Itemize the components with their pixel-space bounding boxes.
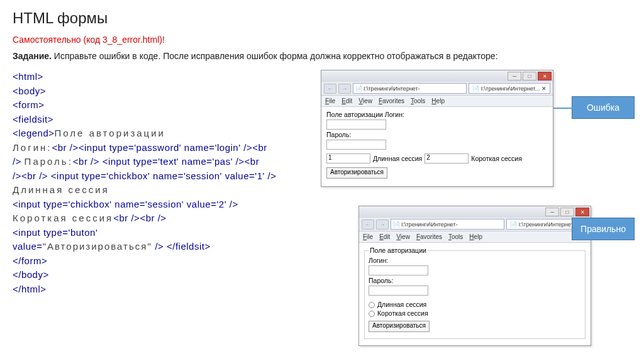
browser-error: ─ □ ✕ ← → 📄 I:\тренинги\Интернет- 📄 I:\т… (321, 70, 553, 187)
session1-input[interactable]: 1 (326, 153, 370, 164)
minimize-button[interactable]: ─ (545, 208, 559, 216)
login-input[interactable] (369, 265, 428, 275)
fieldset-auth: Поле авторизации Логин: Пароль: Длинная … (364, 247, 586, 339)
titlebar: ─ □ ✕ (321, 70, 553, 82)
address-bar[interactable]: 📄 I:\тренинги\Интернет- (391, 219, 504, 230)
titlebar: ─ □ ✕ (359, 206, 591, 218)
maximize-button[interactable]: □ (523, 72, 536, 81)
forward-icon[interactable]: → (376, 219, 389, 230)
radio-long[interactable] (369, 302, 375, 308)
task-text: Исправьте ошибки в коде. После исправлен… (52, 51, 498, 61)
back-icon[interactable]: ← (324, 84, 336, 94)
password-input[interactable] (369, 286, 428, 296)
menu-bar: File Edit View Favorites Tools Help (321, 96, 553, 107)
menu-file[interactable]: File (325, 97, 335, 104)
submit-button[interactable]: Авторизироваться (326, 167, 387, 179)
submit-button[interactable]: Авторизироваться (369, 321, 430, 332)
task-description: Задание. Исправьте ошибки в коде. После … (13, 51, 631, 61)
task-label: Задание. (13, 51, 52, 61)
password-input[interactable] (326, 140, 386, 150)
radio-short[interactable] (369, 311, 375, 317)
callout-line (553, 108, 582, 109)
close-button[interactable]: ✕ (538, 72, 552, 81)
menu-bar: File Edit View Favorites Tools Help (359, 231, 591, 243)
menu-tools[interactable]: Tools (411, 97, 425, 104)
minimize-button[interactable]: ─ (508, 72, 521, 81)
menu-view[interactable]: View (358, 97, 372, 104)
login-input[interactable] (326, 119, 386, 130)
maximize-button[interactable]: □ (560, 208, 574, 216)
menu-favorites[interactable]: Favorites (416, 233, 442, 240)
menu-file[interactable]: File (363, 233, 373, 240)
navbar: ← → 📄 I:\тренинги\Интернет- 📄 I:\тренинг… (359, 218, 591, 231)
menu-edit[interactable]: Edit (379, 233, 390, 240)
page-title: HTML формы (13, 9, 631, 27)
callout-correct: Правильно (572, 218, 635, 240)
browser-correct: ─ □ ✕ ← → 📄 I:\тренинги\Интернет- 📄 I:\т… (358, 206, 591, 346)
forward-icon[interactable]: → (338, 84, 351, 94)
page-content-error: Поле авторизации Логин: Пароль: 1 Длинна… (321, 107, 553, 186)
page-content-correct: Поле авторизации Логин: Пароль: Длинная … (359, 243, 591, 345)
navbar: ← → 📄 I:\тренинги\Интернет- 📄 I:\тренинг… (321, 82, 553, 96)
menu-view[interactable]: View (396, 233, 410, 240)
menu-help[interactable]: Help (469, 233, 482, 240)
address-bar[interactable]: 📄 I:\тренинги\Интернет- (353, 83, 467, 94)
back-icon[interactable]: ← (362, 219, 374, 230)
legend: Поле авторизации (369, 247, 428, 254)
close-button[interactable]: ✕ (575, 208, 589, 216)
code-block: <html> <body> <form> <fieldsit> <legend>… (13, 70, 308, 361)
menu-tools[interactable]: Tools (448, 233, 463, 240)
menu-help[interactable]: Help (431, 97, 445, 104)
tab[interactable]: 📄 I:\тренинги\Интернет... ✕ (469, 83, 550, 94)
menu-edit[interactable]: Edit (341, 97, 352, 104)
subtitle: Самостоятельно (код 3_8_error.html)! (13, 35, 631, 45)
session2-input[interactable]: 2 (425, 153, 469, 164)
menu-favorites[interactable]: Favorites (379, 97, 404, 104)
